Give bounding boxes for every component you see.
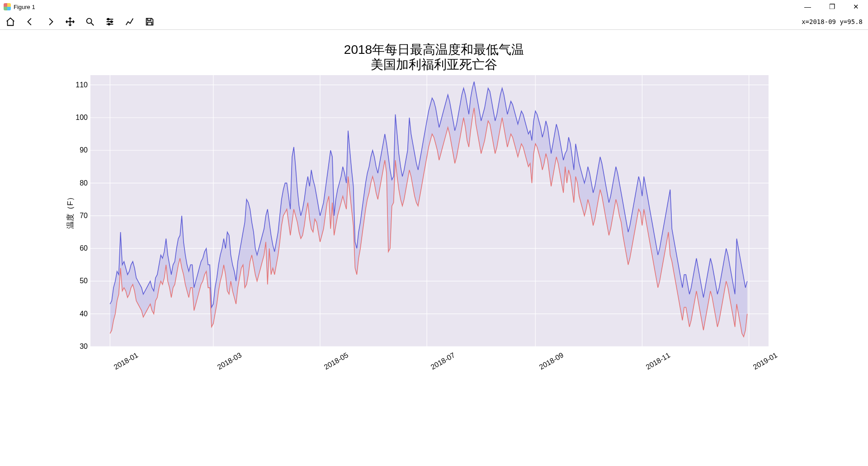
svg-point-0 bbox=[87, 18, 92, 23]
cursor-coordinates: x=2018-09 y=95.8 bbox=[802, 14, 863, 30]
y-tick: 90 bbox=[70, 146, 88, 154]
window-titlebar: Figure 1 — ❐ ✕ bbox=[0, 0, 868, 14]
x-tick: 2018-11 bbox=[645, 351, 672, 371]
svg-point-1 bbox=[108, 18, 109, 20]
y-tick: 110 bbox=[70, 81, 88, 89]
app-icon bbox=[4, 3, 11, 10]
zoom-icon[interactable] bbox=[84, 16, 96, 28]
y-tick: 70 bbox=[70, 212, 88, 220]
axes[interactable] bbox=[90, 75, 769, 347]
y-axis-label: 温度（F） bbox=[65, 193, 75, 228]
y-tick: 50 bbox=[70, 277, 88, 285]
x-tick: 2018-01 bbox=[113, 351, 140, 371]
pan-icon[interactable] bbox=[64, 16, 76, 28]
x-tick: 2018-05 bbox=[323, 351, 350, 371]
plot-area: 2018年每日最高温度和最低气温 美国加利福利亚死亡谷 温度（F） 304050… bbox=[0, 30, 868, 437]
chart-subtitle: 美国加利福利亚死亡谷 bbox=[0, 56, 868, 73]
y-tick: 80 bbox=[70, 179, 88, 187]
y-tick: 60 bbox=[70, 244, 88, 252]
close-button[interactable]: ✕ bbox=[850, 3, 862, 11]
x-tick: 2018-07 bbox=[429, 351, 457, 371]
maximize-button[interactable]: ❐ bbox=[826, 3, 838, 11]
home-icon[interactable] bbox=[5, 16, 16, 28]
y-tick: 40 bbox=[70, 310, 88, 318]
y-tick: 30 bbox=[70, 342, 88, 351]
matplotlib-toolbar: x=2018-09 y=95.8 bbox=[0, 14, 868, 30]
svg-point-2 bbox=[111, 21, 113, 23]
svg-point-3 bbox=[108, 23, 110, 25]
x-tick: 2018-03 bbox=[216, 351, 243, 371]
x-tick: 2018-09 bbox=[538, 351, 565, 371]
window-title: Figure 1 bbox=[14, 4, 35, 10]
minimize-button[interactable]: — bbox=[802, 3, 814, 11]
forward-icon[interactable] bbox=[44, 16, 56, 28]
back-icon[interactable] bbox=[24, 16, 36, 28]
configure-icon[interactable] bbox=[104, 16, 116, 28]
x-tick: 2019-01 bbox=[751, 351, 778, 371]
save-icon[interactable] bbox=[144, 16, 156, 28]
edit-axes-icon[interactable] bbox=[124, 16, 136, 28]
window-controls: — ❐ ✕ bbox=[802, 3, 864, 11]
y-tick: 100 bbox=[70, 114, 88, 122]
